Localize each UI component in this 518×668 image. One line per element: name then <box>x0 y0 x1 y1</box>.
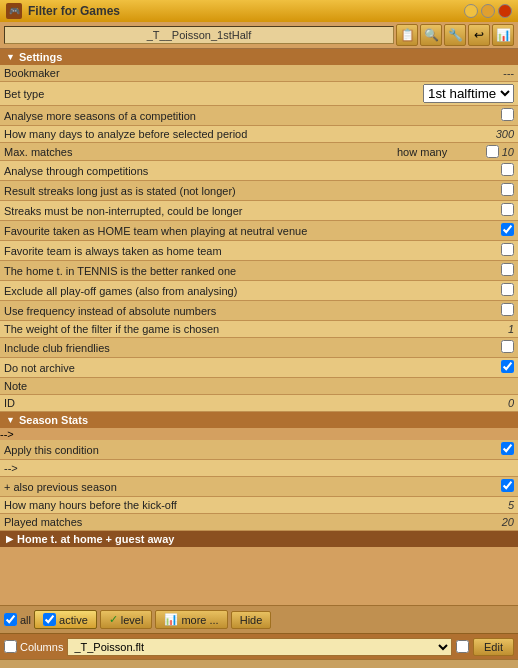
search-icon-btn[interactable]: 🔍 <box>420 24 442 46</box>
do-not-archive-checkbox[interactable] <box>501 360 514 373</box>
row-label: The home t. in TENNIS is the better rank… <box>0 261 393 281</box>
row-label: Favorite team is always taken as home te… <box>0 241 393 261</box>
bet-type-dropdown[interactable]: 1st halftime Full time <box>423 84 514 103</box>
edit-button[interactable]: Edit <box>473 638 514 656</box>
home-away-section-header[interactable]: ▶ Home t. at home + guest away <box>0 531 518 547</box>
row-label: Bookmaker <box>0 65 393 82</box>
title-bar: 🎮 Filter for Games <box>0 0 518 22</box>
table-row: Bet type 1st halftime Full time <box>0 82 518 106</box>
app-icon: 🎮 <box>6 3 22 19</box>
row-label: Use frequency instead of absolute number… <box>0 301 393 321</box>
tennis-ranked-checkbox[interactable] <box>501 263 514 276</box>
level-tab[interactable]: ✓ level <box>100 610 153 629</box>
hide-label: Hide <box>240 614 263 626</box>
favorite-always-home-checkbox[interactable] <box>501 243 514 256</box>
active-checkbox[interactable] <box>43 613 56 626</box>
season-stats-label: Season Stats <box>19 414 88 426</box>
settings-table: Bookmaker --- Bet type 1st halftime Full… <box>0 65 518 412</box>
undo-icon-btn[interactable]: ↩ <box>468 24 490 46</box>
analyse-competitions-checkbox[interactable] <box>501 163 514 176</box>
settings-section-header[interactable]: ▼ Settings <box>0 49 518 65</box>
row-label: Include club friendlies <box>0 338 393 358</box>
more-label: more ... <box>181 614 218 626</box>
columns-bar: Columns _T_Poisson.flt Edit <box>0 633 518 659</box>
row-label: Played matches <box>0 514 446 531</box>
row-label: Bet type <box>0 82 393 106</box>
row-label: Favourite taken as HOME team when playin… <box>0 221 393 241</box>
columns-label: Columns <box>4 640 63 653</box>
row-label: How many hours before the kick-off <box>0 497 446 514</box>
table-row: Include club friendlies <box>0 338 518 358</box>
table-row: How many hours before the kick-off 5 <box>0 497 518 514</box>
table-row: + also previous season <box>0 477 518 497</box>
row-label: Max. matches <box>0 143 393 161</box>
row-label: Analyse through competitions <box>0 161 393 181</box>
use-frequency-checkbox[interactable] <box>501 303 514 316</box>
played-matches-value: 20 <box>502 516 514 528</box>
table-row: Played matches 20 <box>0 514 518 531</box>
more-tab[interactable]: 📊 more ... <box>155 610 227 629</box>
copy-icon-btn[interactable]: 📋 <box>396 24 418 46</box>
table-row: Do not archive <box>0 358 518 378</box>
table-row: Exclude all play-off games (also from an… <box>0 281 518 301</box>
level-label: level <box>121 614 144 626</box>
table-row: Note <box>0 378 518 395</box>
columns-file-checkbox[interactable] <box>456 640 469 653</box>
table-row: Analyse through competitions <box>0 161 518 181</box>
columns-text: Columns <box>20 641 63 653</box>
settings-triangle: ▼ <box>6 52 15 62</box>
columns-checkbox[interactable] <box>4 640 17 653</box>
hide-tab[interactable]: Hide <box>231 611 272 629</box>
table-row: Max. matches how many 10 <box>0 143 518 161</box>
row-label: The weight of the filter if the game is … <box>0 321 393 338</box>
row-label: ID <box>0 395 393 412</box>
home-away-triangle: ▶ <box>6 534 13 544</box>
table-row: Favorite team is always taken as home te… <box>0 241 518 261</box>
table-row: ID 0 <box>0 395 518 412</box>
window-title: Filter for Games <box>28 4 458 18</box>
max-matches-value: 10 <box>502 146 514 158</box>
row-label: Exclude all play-off games (also from an… <box>0 281 393 301</box>
restore-btn[interactable] <box>481 4 495 18</box>
filter-icon-btn[interactable]: 🔧 <box>444 24 466 46</box>
analyse-seasons-checkbox[interactable] <box>501 108 514 121</box>
season-stats-triangle: ▼ <box>6 415 15 425</box>
apply-condition-checkbox[interactable] <box>501 442 514 455</box>
settings-label: Settings <box>19 51 62 63</box>
row-label: Do not archive <box>0 358 393 378</box>
table-row: Use frequency instead of absolute number… <box>0 301 518 321</box>
result-streaks-checkbox[interactable] <box>501 183 514 196</box>
club-friendlies-checkbox[interactable] <box>501 340 514 353</box>
exclude-playoffs-checkbox[interactable] <box>501 283 514 296</box>
table-row: Apply this condition <box>0 440 518 460</box>
minimize-btn[interactable] <box>464 4 478 18</box>
row-label: Result streaks long just as is stated (n… <box>0 181 393 201</box>
bookmaker-value: --- <box>393 65 518 82</box>
columns-file-dropdown[interactable]: _T_Poisson.flt <box>67 638 452 656</box>
max-matches-checkbox[interactable] <box>486 145 499 158</box>
season-stats-section-header[interactable]: ▼ Season Stats <box>0 412 518 428</box>
stats-icon-btn[interactable]: 📊 <box>492 24 514 46</box>
active-label: active <box>59 614 88 626</box>
table-row: Bookmaker --- <box>0 65 518 82</box>
all-label: all <box>20 614 31 626</box>
close-btn[interactable] <box>498 4 512 18</box>
favourite-home-checkbox[interactable] <box>501 223 514 236</box>
row-label: Note <box>0 378 393 395</box>
row-label: --> <box>0 460 446 477</box>
row-label: Analyse more seasons of a competition <box>0 106 393 126</box>
table-row: How many days to analyze before selected… <box>0 126 518 143</box>
streaks-noninterrupted-checkbox[interactable] <box>501 203 514 216</box>
table-row: Analyse more seasons of a competition <box>0 106 518 126</box>
table-row: The home t. in TENNIS is the better rank… <box>0 261 518 281</box>
window-controls <box>464 4 512 18</box>
row-label: + also previous season <box>0 477 446 497</box>
active-tab[interactable]: active <box>34 610 97 629</box>
table-row: Favourite taken as HOME team when playin… <box>0 221 518 241</box>
home-away-label: Home t. at home + guest away <box>17 533 174 545</box>
table-row: The weight of the filter if the game is … <box>0 321 518 338</box>
how-many-label: how many <box>393 143 470 161</box>
main-content: ▼ Settings Bookmaker --- Bet type 1st ha… <box>0 49 518 605</box>
previous-season-checkbox[interactable] <box>501 479 514 492</box>
all-checkbox[interactable] <box>4 613 17 626</box>
